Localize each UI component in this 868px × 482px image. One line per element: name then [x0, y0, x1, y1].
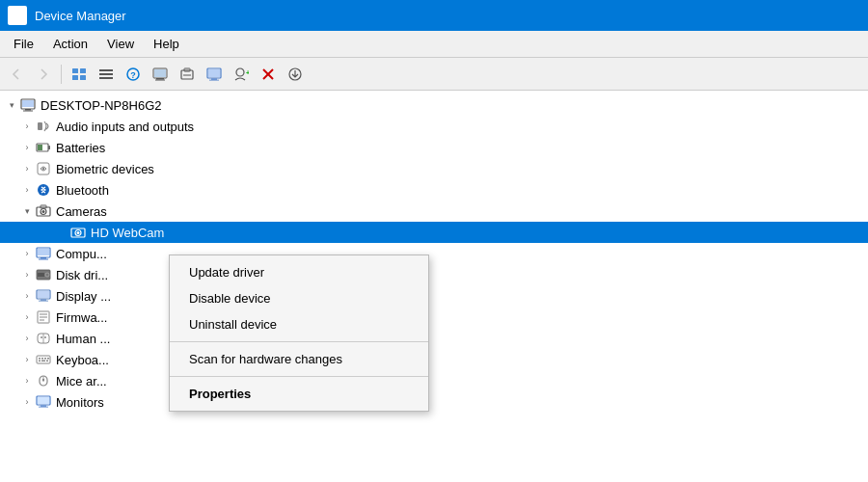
tree-item-monitors[interactable]: › Monitors — [0, 391, 868, 413]
ctx-scan-hardware[interactable]: Scan for hardware changes — [170, 346, 428, 372]
menu-file[interactable]: File — [4, 33, 43, 55]
svg-rect-23 — [209, 79, 219, 80]
svg-rect-49 — [41, 257, 46, 259]
battery-icon — [35, 139, 52, 156]
toolbar-sep-1 — [61, 65, 62, 84]
mice-icon — [35, 372, 52, 389]
audio-toggle[interactable]: › — [19, 119, 35, 134]
firmware-toggle[interactable]: › — [19, 309, 35, 325]
monitors-toggle[interactable]: › — [19, 394, 35, 410]
svg-rect-53 — [38, 273, 44, 277]
biometric-toggle[interactable]: › — [19, 161, 35, 176]
svg-rect-78 — [38, 397, 49, 404]
tree-item-disk[interactable]: › Disk dri... — [0, 264, 868, 285]
svg-point-42 — [42, 210, 45, 213]
ctx-update-driver[interactable]: Update driver — [170, 259, 428, 285]
tree-item-biometric[interactable]: › Biometric devices — [0, 158, 868, 179]
monitors-icon — [35, 393, 52, 411]
root-icon — [19, 96, 37, 114]
svg-rect-57 — [39, 301, 48, 302]
firmware-label: Firmwa... — [56, 310, 107, 325]
root-label: DESKTOP-NP8H6G2 — [41, 98, 161, 113]
update-driver-button[interactable] — [148, 62, 173, 87]
svg-rect-72 — [46, 361, 48, 362]
tree-item-cameras[interactable]: ▾ Cameras — [0, 201, 868, 222]
back-button[interactable] — [4, 62, 29, 87]
overview-button[interactable] — [67, 62, 92, 87]
cameras-toggle[interactable]: ▾ — [19, 203, 35, 219]
svg-point-76 — [42, 379, 44, 381]
menu-help[interactable]: Help — [144, 33, 189, 55]
tree-item-firmware[interactable]: › Firmwa... — [0, 307, 868, 328]
svg-point-46 — [77, 231, 80, 234]
display-toggle[interactable]: › — [19, 288, 35, 304]
properties-button[interactable]: ? — [121, 62, 146, 87]
device-tree: ▾ DESKTOP-NP8H6G2 › Audio — [0, 91, 868, 416]
keyboard-label: Keyboa... — [56, 353, 109, 367]
svg-rect-6 — [72, 75, 78, 80]
forward-button[interactable] — [31, 62, 56, 87]
tree-item-hdwebcam[interactable]: HD WebCam — [0, 222, 868, 243]
biometric-icon — [35, 160, 52, 177]
svg-rect-30 — [22, 100, 34, 107]
toolbar: ? + — [0, 58, 868, 91]
tree-root[interactable]: ▾ DESKTOP-NP8H6G2 — [0, 94, 868, 116]
ctx-uninstall-device[interactable]: Uninstall device — [170, 311, 428, 337]
mice-label: Mice ar... — [56, 374, 107, 388]
hdwebcam-toggle — [54, 225, 69, 240]
list-button[interactable] — [94, 62, 119, 87]
main-content: ▾ DESKTOP-NP8H6G2 › Audio — [0, 91, 868, 482]
svg-point-39 — [38, 184, 49, 196]
tree-item-display[interactable]: › Display ... — [0, 285, 868, 307]
tree-item-computers[interactable]: › Compu... — [0, 243, 868, 264]
tree-item-hid[interactable]: › Human ... — [0, 328, 868, 349]
svg-text:+: + — [246, 69, 249, 76]
cameras-label: Cameras — [56, 204, 107, 219]
root-toggle[interactable]: ▾ — [4, 97, 19, 113]
svg-rect-1 — [14, 20, 20, 22]
svg-rect-79 — [41, 406, 46, 407]
monitor-button[interactable] — [202, 62, 227, 87]
camera-icon — [35, 202, 52, 220]
computer-icon — [35, 245, 52, 262]
scan-button[interactable] — [175, 62, 200, 87]
disk-toggle[interactable]: › — [19, 267, 35, 282]
ctx-properties[interactable]: Properties — [170, 381, 428, 407]
menu-action[interactable]: Action — [43, 33, 97, 55]
bluetooth-toggle[interactable]: › — [19, 182, 35, 198]
ctx-disable-device[interactable]: Disable device — [170, 285, 428, 311]
menu-view[interactable]: View — [97, 33, 144, 55]
batteries-toggle[interactable]: › — [19, 140, 35, 155]
svg-rect-35 — [48, 146, 50, 149]
hid-toggle[interactable]: › — [19, 331, 35, 346]
svg-rect-22 — [211, 78, 217, 79]
svg-point-38 — [42, 168, 45, 171]
batteries-label: Batteries — [56, 141, 105, 155]
svg-rect-7 — [80, 75, 86, 80]
svg-rect-10 — [99, 77, 113, 79]
mice-toggle[interactable]: › — [19, 373, 35, 388]
hid-icon — [35, 330, 52, 347]
tree-item-keyboard[interactable]: › Keyboa... — [0, 349, 868, 370]
ctx-separator-2 — [170, 376, 428, 377]
add-driver-button[interactable]: + — [229, 62, 254, 87]
tree-item-batteries[interactable]: › Batteries — [0, 137, 868, 158]
computers-toggle[interactable]: › — [19, 246, 35, 261]
disk-icon — [35, 266, 52, 283]
svg-rect-31 — [25, 109, 31, 111]
svg-rect-33 — [38, 122, 42, 130]
display-icon — [35, 287, 52, 305]
tree-item-mice[interactable]: › Mice ar... — [0, 370, 868, 391]
app-icon — [8, 6, 27, 25]
svg-rect-55 — [38, 291, 49, 298]
download-button[interactable] — [283, 62, 308, 87]
audio-icon — [35, 118, 52, 135]
titlebar: Device Manager — [0, 0, 868, 31]
disk-label: Disk dri... — [56, 268, 108, 282]
keyboard-toggle[interactable]: › — [19, 352, 35, 367]
tree-item-bluetooth[interactable]: › Bluetooth — [0, 179, 868, 201]
remove-button[interactable] — [256, 62, 281, 87]
svg-rect-16 — [155, 79, 165, 80]
tree-item-audio[interactable]: › Audio inputs and outputs — [0, 116, 868, 137]
svg-rect-70 — [39, 361, 41, 362]
